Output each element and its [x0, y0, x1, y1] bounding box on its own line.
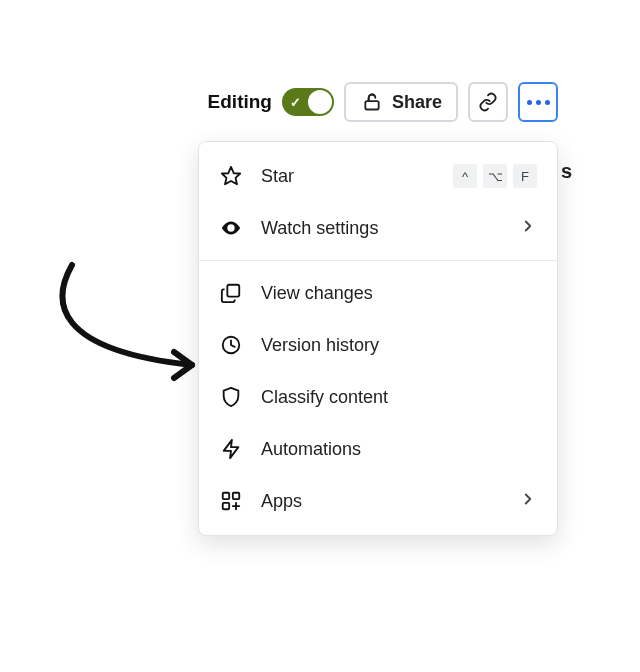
svg-rect-6	[223, 493, 229, 499]
menu-divider	[199, 260, 557, 261]
lightning-icon	[219, 437, 243, 461]
star-icon	[219, 164, 243, 188]
menu-item-label: Star	[261, 166, 435, 187]
menu-item-apps[interactable]: Apps	[199, 475, 557, 527]
svg-rect-7	[233, 493, 239, 499]
share-button[interactable]: Share	[344, 82, 458, 122]
cropped-text: s	[561, 160, 572, 183]
top-toolbar: Editing ✓ Share	[208, 82, 558, 122]
lock-open-icon	[360, 90, 384, 114]
menu-item-label: Classify content	[261, 387, 537, 408]
clock-icon	[219, 333, 243, 357]
more-actions-menu: Star ^ ⌥ F Watch settings View changes V…	[198, 141, 558, 536]
chevron-right-icon	[519, 490, 537, 513]
shortcut-keys: ^ ⌥ F	[453, 164, 537, 188]
menu-item-label: Watch settings	[261, 218, 501, 239]
menu-item-label: Automations	[261, 439, 537, 460]
svg-rect-8	[223, 503, 229, 509]
menu-item-view-changes[interactable]: View changes	[199, 267, 557, 319]
apps-icon	[219, 489, 243, 513]
share-label: Share	[392, 92, 442, 113]
chevron-right-icon	[519, 217, 537, 240]
menu-item-star[interactable]: Star ^ ⌥ F	[199, 150, 557, 202]
menu-item-watch-settings[interactable]: Watch settings	[199, 202, 557, 254]
toggle-knob	[308, 90, 332, 114]
link-icon	[476, 90, 500, 114]
menu-item-label: Version history	[261, 335, 537, 356]
shield-icon	[219, 385, 243, 409]
menu-item-classify-content[interactable]: Classify content	[199, 371, 557, 423]
svg-marker-5	[224, 440, 239, 458]
eye-icon	[219, 216, 243, 240]
svg-rect-3	[227, 285, 239, 297]
editing-label: Editing	[208, 91, 272, 113]
more-actions-button[interactable]	[518, 82, 558, 122]
kbd-key: F	[513, 164, 537, 188]
kbd-key: ⌥	[483, 164, 507, 188]
svg-marker-1	[222, 167, 240, 184]
annotation-arrow	[42, 260, 212, 395]
editing-mode: Editing ✓	[208, 88, 334, 116]
kbd-key: ^	[453, 164, 477, 188]
svg-point-2	[229, 226, 233, 230]
check-icon: ✓	[290, 95, 301, 110]
menu-item-version-history[interactable]: Version history	[199, 319, 557, 371]
svg-rect-0	[365, 101, 378, 109]
more-icon	[527, 100, 550, 105]
editing-toggle[interactable]: ✓	[282, 88, 334, 116]
menu-item-label: View changes	[261, 283, 537, 304]
menu-item-label: Apps	[261, 491, 501, 512]
changes-icon	[219, 281, 243, 305]
menu-item-automations[interactable]: Automations	[199, 423, 557, 475]
copy-link-button[interactable]	[468, 82, 508, 122]
